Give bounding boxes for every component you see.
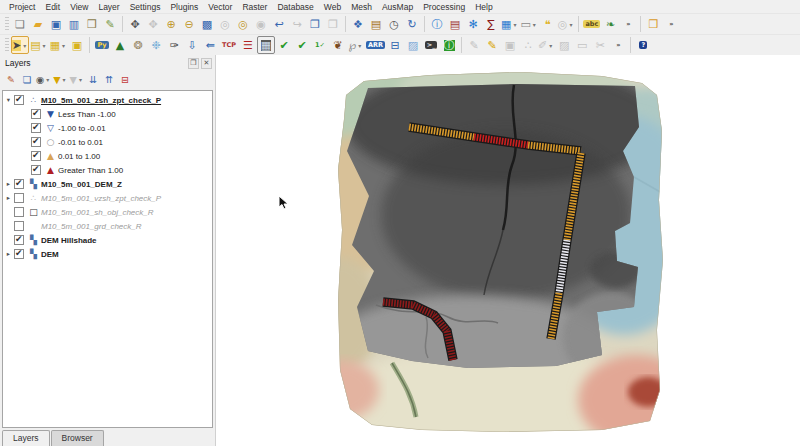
layer-visibility-checkbox[interactable]: [14, 249, 24, 259]
select-features-by-value-dropdown-arrow[interactable]: ▾: [41, 42, 48, 49]
select-features-dropdown-arrow[interactable]: ▾: [21, 42, 28, 49]
map-window-plugin-icon[interactable]: ▦: [257, 36, 275, 54]
new-map-view-icon[interactable]: ❐: [306, 15, 324, 33]
toggle-editing-icon[interactable]: ✎: [483, 36, 501, 54]
identify-features-icon[interactable]: ⓘ: [428, 15, 446, 33]
layer-row-m10-5m-001-sh-obj-check-r[interactable]: □M10_5m_001_sh_obj_check_R: [3, 205, 212, 219]
expand-arrow-icon[interactable]: ▸: [3, 194, 14, 202]
menu-settings[interactable]: Settings: [125, 2, 166, 12]
layer-row-dem-hillshade[interactable]: ▚DEM Hillshade: [3, 233, 212, 247]
layout-manager-icon[interactable]: ❒: [83, 15, 101, 33]
labeling-options-icon[interactable]: abc: [582, 15, 601, 33]
show-spatial-bookmarks-icon[interactable]: ▤: [367, 15, 385, 33]
import-plugin-icon[interactable]: ⇚: [201, 36, 219, 54]
statistical-summary-icon[interactable]: ▤: [446, 15, 464, 33]
legend-visibility-checkbox[interactable]: [31, 151, 41, 161]
download-plugin-icon[interactable]: ⇩: [183, 36, 201, 54]
menu-help[interactable]: Help: [470, 2, 497, 12]
legend-visibility-checkbox[interactable]: [31, 109, 41, 119]
data-source-manager-icon[interactable]: ❒: [644, 15, 662, 33]
legend-row-greater-than-1-00[interactable]: ▲Greater Than 1.00: [3, 163, 212, 177]
layer-row-m10-5m-001-grd-check-r[interactable]: M10_5m_001_grd_check_R: [3, 219, 212, 233]
menu-ausmap[interactable]: AusMap: [377, 2, 418, 12]
tcp-plugin-icon[interactable]: TCP: [219, 36, 239, 54]
layer-visibility-checkbox[interactable]: [14, 193, 24, 203]
deselect-features-icon[interactable]: ▦▾: [49, 36, 68, 54]
layer-row-m10-5m-001-vzsh-zpt-check-p[interactable]: ▸∴M10_5m_001_vzsh_zpt_check_P: [3, 191, 212, 205]
map-canvas[interactable]: [215, 55, 800, 446]
paperclip-plugin-dropdown-arrow[interactable]: ▾: [356, 42, 363, 49]
zoom-full-extent-icon[interactable]: ▩: [198, 15, 216, 33]
measure-line-icon[interactable]: ▭▾: [519, 15, 538, 33]
help-icon[interactable]: ?: [634, 36, 652, 54]
legend-visibility-checkbox[interactable]: [31, 123, 41, 133]
open-layer-styling-icon[interactable]: ✎: [3, 72, 19, 88]
vertex-tool-dropdown-arrow[interactable]: ▾: [547, 42, 554, 49]
zoom-in-icon[interactable]: ⊕: [162, 15, 180, 33]
layer-visibility-checkbox[interactable]: [14, 179, 24, 189]
manage-map-themes-icon[interactable]: ◉▾: [35, 72, 52, 88]
refresh-map-icon[interactable]: ↻: [403, 15, 421, 33]
legend-visibility-checkbox[interactable]: [31, 165, 41, 175]
open-project-icon[interactable]: ▰: [29, 15, 47, 33]
select-features-by-value-icon[interactable]: ▤▾: [29, 36, 48, 54]
style-manager-icon[interactable]: ✎: [101, 15, 119, 33]
splash-plugin-icon[interactable]: ❉: [147, 36, 165, 54]
menu-view[interactable]: View: [65, 2, 93, 12]
undock-panel-icon[interactable]: ❐: [188, 58, 199, 69]
legend-row-less-than-1-00[interactable]: ▼Less Than -1.00: [3, 107, 212, 121]
menu-vector[interactable]: Vector: [203, 2, 237, 12]
legend-visibility-checkbox[interactable]: [31, 137, 41, 147]
new-project-icon[interactable]: ❏: [11, 15, 29, 33]
expand-arrow-icon[interactable]: ▸: [3, 250, 14, 258]
expand-arrow-icon[interactable]: ▾: [3, 96, 14, 104]
close-panel-icon[interactable]: ✕: [201, 58, 212, 69]
shield-plugin-icon[interactable]: ✑: [165, 36, 183, 54]
map-tips-icon[interactable]: ❝: [539, 15, 557, 33]
menu-plugins[interactable]: Plugins: [165, 2, 203, 12]
add-group-icon[interactable]: ❏: [19, 72, 35, 88]
layer-visibility-checkbox[interactable]: [14, 95, 24, 105]
filter-legend-icon[interactable]: ▼▾: [52, 72, 68, 88]
processing-toolbox-icon[interactable]: ✻: [464, 15, 482, 33]
menu-database[interactable]: Database: [272, 2, 318, 12]
temporal-controller-icon[interactable]: ◷: [385, 15, 403, 33]
menu-web[interactable]: Web: [319, 2, 346, 12]
zoom-to-layer-icon[interactable]: ◎: [234, 15, 252, 33]
layer-bars-plugin-icon[interactable]: ☰: [239, 36, 257, 54]
paperclip-plugin-icon[interactable]: ℘▾: [347, 36, 365, 54]
zoom-actions-dropdown-arrow[interactable]: ▾: [567, 21, 574, 28]
menu-edit[interactable]: Edit: [40, 2, 65, 12]
select-by-location-icon[interactable]: ▣: [68, 36, 86, 54]
layer-row-dem[interactable]: ▸▚DEM: [3, 247, 212, 261]
legend-row-0-01-to-0-01[interactable]: ○-0.01 to 0.01: [3, 135, 212, 149]
expand-arrow-icon[interactable]: ▸: [3, 180, 14, 188]
zoom-out-icon[interactable]: ⊖: [180, 15, 198, 33]
pan-map-icon[interactable]: ✥: [126, 15, 144, 33]
bear-plugin-icon[interactable]: ❦: [329, 36, 347, 54]
menu-processing[interactable]: Processing: [418, 2, 470, 12]
grid-plugin-icon[interactable]: ▨: [404, 36, 422, 54]
python-console-icon[interactable]: Py: [93, 36, 111, 54]
filter-by-expression-dropdown-arrow[interactable]: ▾: [77, 76, 84, 83]
layer-row-m10-5m-001-zsh-zpt-check-p[interactable]: ▾∴M10_5m_001_zsh_zpt_check_P: [3, 93, 212, 107]
tab-layers[interactable]: Layers: [2, 430, 50, 446]
grass-plugin-icon[interactable]: ❂: [129, 36, 147, 54]
collapse-all-icon[interactable]: ⇈: [101, 72, 117, 88]
remove-layer-icon[interactable]: ⊟: [117, 72, 133, 88]
menu-mesh[interactable]: Mesh: [346, 2, 377, 12]
tab-browser[interactable]: Browser: [51, 430, 104, 446]
open-attribute-table-dropdown-arrow[interactable]: ▾: [511, 21, 518, 28]
expand-all-icon[interactable]: ⇊: [85, 72, 101, 88]
select-features-icon[interactable]: ➤▾: [11, 36, 29, 54]
manage-map-themes-dropdown-arrow[interactable]: ▾: [44, 76, 51, 83]
layer-visibility-checkbox[interactable]: [14, 221, 24, 231]
check-clock-plugin-icon[interactable]: ✔: [293, 36, 311, 54]
terrain-plugin-icon[interactable]: ▲: [111, 36, 129, 54]
toolbar-overflow-3-icon[interactable]: »: [609, 36, 627, 54]
menu-project[interactable]: Project: [4, 2, 40, 12]
new-spatial-bookmark-icon[interactable]: ❖: [349, 15, 367, 33]
layer-row-m10-5m-001-dem-z[interactable]: ▸▚M10_5m_001_DEM_Z: [3, 177, 212, 191]
layer-visibility-checkbox[interactable]: [14, 235, 24, 245]
open-attribute-table-icon[interactable]: ▦▾: [500, 15, 519, 33]
